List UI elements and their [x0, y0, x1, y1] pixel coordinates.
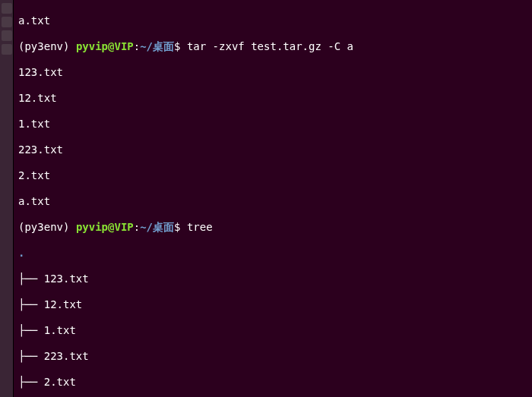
env-name: (py3env)	[18, 221, 69, 233]
launcher-icon[interactable]	[2, 44, 12, 55]
tree-file: 123.txt	[44, 273, 89, 285]
user-host: pyvip@VIP	[76, 40, 134, 52]
tar-output-line: 223.txt	[18, 143, 63, 156]
cwd-path: ~/桌面	[140, 40, 174, 52]
tree-file: 1.txt	[44, 324, 76, 336]
cut-line: a.txt	[18, 14, 50, 27]
tree-branch: ├──	[18, 273, 44, 285]
tree-file: 12.txt	[44, 298, 83, 310]
tree-branch: ├──	[18, 376, 44, 388]
prompt-symbol: $	[174, 221, 180, 233]
terminal-area[interactable]: a.txt (py3env) pyvip@VIP:~/桌面$ tar -zxvf…	[14, 0, 532, 397]
tree-branch: ├──	[18, 350, 44, 362]
tree-branch: ├──	[18, 298, 44, 310]
prompt-symbol: $	[174, 40, 180, 52]
user-host: pyvip@VIP	[76, 221, 134, 233]
launcher-bar	[0, 0, 14, 397]
cwd-path: ~/桌面	[140, 221, 174, 233]
tar-output-line: 12.txt	[18, 92, 57, 104]
env-name: (py3env)	[18, 40, 69, 52]
tree-root: .	[18, 247, 24, 259]
tar-output-line: 2.txt	[18, 169, 50, 181]
tar-output-line: 1.txt	[18, 118, 50, 130]
command-text: tree	[187, 221, 213, 233]
launcher-icon[interactable]	[2, 3, 12, 14]
command-text: tar -zxvf test.tar.gz -C a	[187, 40, 353, 52]
tar-output-line: 123.txt	[18, 66, 63, 78]
launcher-icon[interactable]	[2, 30, 12, 41]
tar-output-line: a.txt	[18, 195, 50, 207]
tree-branch: ├──	[18, 324, 44, 336]
launcher-icon[interactable]	[2, 17, 12, 27]
tree-file: 223.txt	[44, 350, 89, 362]
tree-file: 2.txt	[44, 376, 76, 388]
